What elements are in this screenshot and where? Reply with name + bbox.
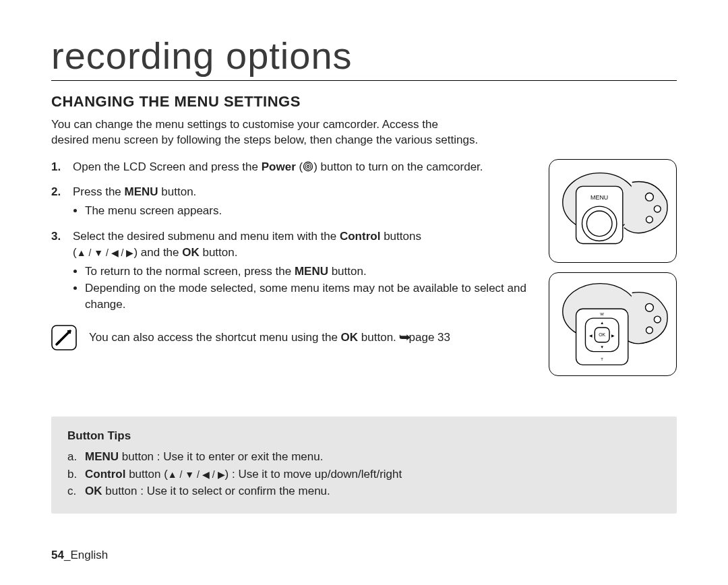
step1-pre: Open the LCD Screen and press the [73,160,262,173]
step3-sub1: To return to the normal screen, press th… [85,264,535,280]
svg-text:◀: ◀ [589,333,593,337]
tip-a-letter: a. [67,448,77,466]
svg-text:▶: ▶ [611,333,615,337]
step3-sub2: Depending on the mode selected, some men… [85,280,535,313]
step-3: Select the desired submenu and menu item… [51,228,535,313]
svg-point-6 [654,206,661,212]
note-bold: OK [341,331,359,344]
step2-post: button. [161,185,196,198]
svg-point-2 [307,165,309,167]
tip-a: a. MENU button : Use it to enter or exit… [67,448,661,466]
step2-sub1: The menu screen appears. [85,203,535,219]
page-footer: 54_English [51,549,108,562]
page-sep: _ [64,549,70,561]
intro-line-1: You can change the menu settings to cust… [51,118,438,131]
button-tips-box: Button Tips a. MENU button : Use it to e… [51,417,677,514]
intro-text: You can change the menu settings to cust… [51,117,658,148]
page-language: English [70,549,108,561]
step3-sub1-bold: MENU [295,265,328,278]
intro-line-2: desired menu screen by following the ste… [51,133,478,146]
fig-menu-label: MENU [590,194,608,201]
note: You can also access the shortcut menu us… [51,325,535,350]
figure-ok-control: W T OK ▲ ▼ ◀ ▶ [549,272,677,376]
svg-point-1 [305,163,311,168]
step2-pre: Press the [73,185,125,198]
svg-point-13 [654,316,661,323]
figure-menu-button: MENU [549,159,677,263]
tip-c-text: button : Use it to select or confirm the… [102,485,330,497]
step3-post: buttons [384,230,421,243]
note-post: button. [358,331,399,344]
tip-a-text: button : Use it to enter or exit the men… [119,450,323,463]
note-pageref: page 33 [409,331,450,344]
tip-b-letter: b. [67,466,77,483]
note-icon [51,325,77,350]
svg-point-10 [586,211,612,237]
step2-bold: MENU [125,185,158,198]
step1-bold: Power [262,160,296,173]
tips-title: Button Tips [67,427,661,445]
tip-b-post: ) : Use it to move up/down/left/right [225,468,402,481]
step3-l2-post: button. [200,246,238,259]
step-1: Open the LCD Screen and press the Power … [51,159,535,175]
page-ref-arrow-icon: ➥ [398,330,410,346]
step3-l2-bold: OK [182,246,200,259]
camcorder-ok-illustration: W T OK ▲ ▼ ◀ ▶ [549,272,676,376]
svg-point-5 [645,193,653,201]
tip-b-bold: Control [85,468,125,481]
tip-c-letter: c. [67,483,76,500]
fig-ok-label: OK [599,332,605,336]
figures-column: MENU W T OK [549,159,677,376]
tip-c-bold: OK [85,485,102,497]
step3-bold: Control [340,230,380,243]
tip-b: b. Control button (▲ / ▼ / ◀ / ▶) : Use … [67,466,661,483]
power-icon [303,161,313,172]
body-row: Open the LCD Screen and press the Power … [51,159,677,376]
step3-direction-icons: ▲ / ▼ / ◀ / ▶ [77,247,134,257]
tip-b-direction-icons: ▲ / ▼ / ◀ / ▶ [168,468,225,479]
chapter-title: recording options [51,36,677,81]
step-2: Press the MENU button. The menu screen a… [51,184,535,219]
tip-a-bold: MENU [85,450,119,463]
manual-page: recording options CHANGING THE MENU SETT… [0,0,728,585]
svg-text:T: T [601,357,603,361]
step3-l2-mid: ) and the [133,246,182,259]
tip-c: c. OK button : Use it to select or confi… [67,483,661,500]
section-title: CHANGING THE MENU SETTINGS [51,93,677,111]
page-number: 54 [51,549,64,561]
note-text: You can also access the shortcut menu us… [89,330,450,346]
step3-sub1-post: button. [328,265,367,278]
svg-point-14 [646,327,653,334]
note-pre: You can also access the shortcut menu us… [89,331,341,344]
svg-point-12 [645,303,653,311]
camcorder-menu-illustration: MENU [549,159,676,263]
step3-sub1-pre: To return to the normal screen, press th… [85,265,295,278]
step1-post: ) button to turn on the camcorder. [313,160,483,173]
step3-pre: Select the desired submenu and menu item… [73,230,340,243]
svg-text:▲: ▲ [600,321,604,325]
steps: Open the LCD Screen and press the Power … [51,159,535,350]
tip-b-mid: button ( [125,468,167,481]
svg-point-7 [646,216,653,223]
svg-text:▼: ▼ [600,344,604,348]
svg-text:W: W [600,312,604,316]
